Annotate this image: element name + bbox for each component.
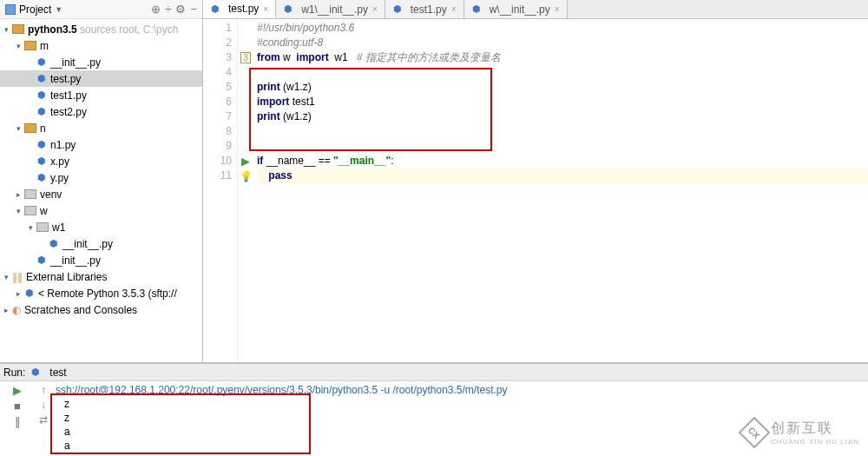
tree-file[interactable]: ⬢__init__.py: [0, 252, 202, 268]
warning-mark-icon: 3: [240, 52, 251, 63]
python-file-icon: ⬢: [36, 172, 47, 183]
python-env-icon: ⬢: [24, 287, 35, 299]
project-tree[interactable]: ▾python3.5 sources root, C:\pych ▾m ⬢__i…: [0, 19, 202, 362]
tree-folder-m[interactable]: ▾m: [0, 37, 202, 54]
run-config-name[interactable]: test: [49, 367, 66, 379]
python-file-icon: ⬢: [36, 89, 47, 101]
close-icon[interactable]: ×: [372, 4, 378, 14]
gutter-marks: 3▶💡: [238, 19, 253, 362]
python-file-icon: ⬢: [36, 254, 47, 266]
python-file-icon: ⬢: [36, 106, 47, 117]
bulb-icon: 💡: [240, 170, 253, 182]
tree-file-selected[interactable]: ⬢test.py: [0, 70, 202, 87]
close-icon[interactable]: ×: [263, 4, 268, 14]
editor-tab[interactable]: ⬢w1\__init__.py×: [276, 0, 385, 18]
chevron-down-icon[interactable]: ▼: [55, 5, 62, 14]
tree-file[interactable]: ⬢__init__.py: [0, 235, 202, 252]
code-editor[interactable]: 1234567891011 3▶💡 #!/usr/bin/poython3.6 …: [203, 19, 868, 362]
editor-tabs: ⬢test.py× ⬢w1\__init__.py× ⬢test1.py× ⬢w…: [203, 0, 868, 19]
collapse-icon[interactable]: ÷: [165, 3, 171, 16]
python-file-icon: ⬢: [283, 3, 293, 15]
run-label: Run:: [3, 367, 25, 379]
close-icon[interactable]: ×: [555, 4, 560, 14]
tree-external-libs[interactable]: ▾‖‖External Libraries: [0, 268, 202, 285]
tree-file[interactable]: ⬢n1.py: [0, 136, 202, 153]
run-toolbar: ▶ ■ ‖: [0, 381, 35, 456]
python-file-icon: ⬢: [30, 367, 41, 378]
tree-file[interactable]: ⬢y.py: [0, 169, 202, 186]
tree-scratches[interactable]: ▸◐Scratches and Consoles: [0, 301, 202, 318]
python-file-icon: ⬢: [36, 139, 47, 150]
up-icon[interactable]: ↑: [41, 384, 46, 396]
line-numbers: 1234567891011: [203, 19, 238, 362]
editor-tab[interactable]: ⬢w\__init__.py×: [464, 0, 568, 18]
tree-remote-python[interactable]: ▸⬢< Remote Python 3.5.3 (sftp://: [0, 285, 202, 301]
tree-file[interactable]: ⬢x.py: [0, 153, 202, 169]
tree-folder-w1[interactable]: ▾w1: [0, 219, 202, 235]
stop-icon[interactable]: ■: [14, 400, 21, 413]
editor-pane: ⬢test.py× ⬢w1\__init__.py× ⬢test1.py× ⬢w…: [203, 0, 868, 362]
sidebar-header: Project ▼ ⊕ ÷ ⚙ −: [0, 0, 202, 19]
editor-tab[interactable]: ⬢test1.py×: [385, 0, 464, 18]
gear-icon[interactable]: ⚙: [175, 3, 186, 16]
rerun-icon[interactable]: ▶: [13, 384, 22, 397]
python-file-icon: ⬢: [36, 73, 47, 84]
watermark: CX 创新互联 CHUANG XIN HU LIAN: [743, 420, 859, 446]
python-file-icon: ⬢: [392, 3, 403, 15]
python-file-icon: ⬢: [210, 3, 220, 15]
scratches-icon: ◐: [12, 304, 21, 316]
pause-icon[interactable]: ‖: [15, 415, 21, 428]
python-file-icon: ⬢: [49, 238, 59, 249]
tree-folder-w[interactable]: ▾w: [0, 202, 202, 219]
python-file-icon: ⬢: [471, 3, 482, 15]
tree-file[interactable]: ⬢test1.py: [0, 87, 202, 103]
code-content[interactable]: #!/usr/bin/poython3.6 #conding:utf-8 fro…: [253, 19, 868, 362]
tree-file[interactable]: ⬢test2.py: [0, 103, 202, 120]
project-icon: [5, 4, 16, 15]
tree-folder-n[interactable]: ▾n: [0, 120, 202, 136]
down-icon[interactable]: ↓: [41, 399, 46, 411]
run-header: Run: ⬢ test: [0, 364, 868, 381]
tree-file[interactable]: ⬢__init__.py: [0, 54, 202, 70]
python-file-icon: ⬢: [36, 56, 47, 68]
wrap-icon[interactable]: ⇄: [39, 413, 48, 426]
python-file-icon: ⬢: [36, 155, 47, 167]
editor-tab[interactable]: ⬢test.py×: [203, 0, 276, 18]
libraries-icon: ‖‖: [12, 271, 23, 283]
target-icon[interactable]: ⊕: [151, 3, 161, 16]
run-gutter-icon: ▶: [241, 155, 250, 168]
project-sidebar: Project ▼ ⊕ ÷ ⚙ − ▾python3.5 sources roo…: [0, 0, 203, 362]
run-panel: Run: ⬢ test ▶ ■ ‖ ↑ ↓ ⇄ ssh://root@192.1…: [0, 363, 868, 456]
tree-folder-venv[interactable]: ▸venv: [0, 186, 202, 202]
sidebar-title: Project: [19, 3, 51, 16]
hide-icon[interactable]: −: [190, 3, 197, 16]
close-icon[interactable]: ×: [451, 4, 457, 14]
tree-root[interactable]: ▾python3.5 sources root, C:\pych: [0, 21, 202, 37]
